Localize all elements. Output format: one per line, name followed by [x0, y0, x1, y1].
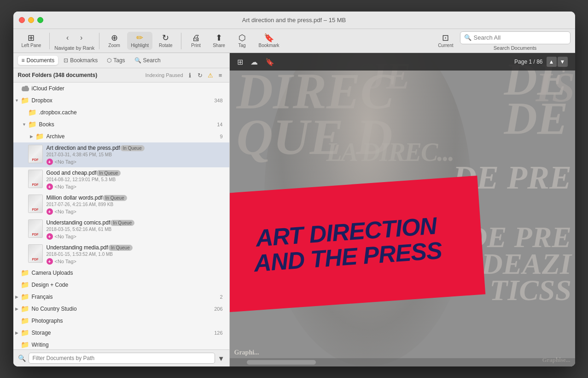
main-area: ≡ Documents ⊡ Bookmarks ⬡ Tags 🔍 Search [13, 53, 575, 366]
sidebar-item-camera-uploads[interactable]: 📁 Camera Uploads [13, 267, 229, 279]
main-window: Art direction and the press.pdf – 15 MB … [13, 12, 575, 366]
sidebar-item-icloud[interactable]: iCloud Folder [13, 83, 229, 94]
highlight-button[interactable]: ✏ Highlight [127, 32, 152, 50]
zoom-button[interactable]: ⊕ Zoom [104, 32, 124, 50]
current-label: Current [438, 43, 453, 48]
storage-icon: 📁 [21, 328, 30, 337]
sidebar-item-archive[interactable]: ▶ 📁 Archive 9 [13, 130, 229, 142]
print-button[interactable]: 🖨 Print [186, 32, 206, 50]
tab-tags[interactable]: ⬡ Tags [103, 56, 128, 65]
pdf-page-number: Page 1 / 86 [514, 59, 542, 65]
camera-expand [13, 269, 21, 277]
sidebar-filter-bar: 🔍 ▼ [13, 349, 229, 366]
pdf-item-million-dollar[interactable]: PDF Million dollar words.pdf In Queue 20… [13, 192, 229, 217]
filter-input[interactable] [29, 353, 215, 364]
dropbox-icon: 📁 [21, 96, 30, 105]
bookmark-button[interactable]: 🔖 Bookmark [255, 32, 283, 50]
pdf-good-cheap-tag: <No Tag> [55, 184, 77, 189]
warning-icon[interactable]: ⚠ [206, 71, 215, 79]
refresh-icon[interactable]: ↻ [196, 71, 204, 79]
maximize-button[interactable] [37, 17, 43, 23]
share-icon: ⬆ [215, 34, 222, 42]
sidebar: ≡ Documents ⊡ Bookmarks ⬡ Tags 🔍 Search [13, 53, 230, 366]
pdf-understanding-comics-add-tag[interactable]: + [47, 233, 53, 240]
pdf-art-direction-inner: PDF Art direction and the press.pdf In Q… [28, 145, 145, 165]
current-button[interactable]: ⊡ Current [434, 32, 457, 50]
search-box[interactable]: 🔍 [460, 31, 571, 44]
tab-documents[interactable]: ≡ Documents [18, 56, 58, 65]
sidebar-item-no-country[interactable]: ▶ 📁 No Country Studio 206 [13, 303, 229, 315]
print-label: Print [191, 43, 201, 48]
tag-button[interactable]: ⬡ Tag [232, 32, 252, 50]
pdf-understanding-media-add-tag[interactable]: + [47, 258, 53, 265]
pdf-million-dollar-add-tag[interactable]: + [47, 208, 53, 215]
photographs-label: Photographs [32, 318, 225, 324]
close-button[interactable] [19, 17, 25, 23]
sidebar-item-dropbox[interactable]: ▼ 📁 Dropbox 348 [13, 94, 229, 106]
highlight-label: Highlight [131, 43, 149, 48]
pdf-art-direction-badge: In Queue [120, 145, 145, 151]
toolbar-separator-1 [49, 33, 50, 49]
francais-expand[interactable]: ▶ [13, 293, 21, 301]
search-group: 🔍 Search Documents [460, 31, 571, 51]
tags-icon: ⬡ [107, 57, 111, 64]
search-input[interactable] [474, 34, 566, 41]
list-options-icon[interactable]: ≡ [216, 71, 225, 79]
pdf-item-art-direction[interactable]: PDF Art direction and the press.pdf In Q… [13, 142, 229, 167]
sidebar-item-dropbox-cache[interactable]: 📁 .dropbox.cache [13, 106, 229, 118]
photographs-icon: 📁 [21, 316, 30, 325]
toolbar: ⊞ Left Pane ‹ › Navigate by Rank ⊕ Zoom … [13, 29, 575, 53]
pdf-item-understanding-media[interactable]: PDF Understanding media.pdf In Queue 201… [13, 242, 229, 267]
sidebar-item-photographs[interactable]: 📁 Photographs [13, 315, 229, 327]
search-icon: 🔍 [464, 34, 472, 41]
archive-expand[interactable]: ▶ [28, 133, 35, 140]
pdf-good-cheap-tag-row: + <No Tag> [47, 183, 121, 190]
books-expand[interactable]: ▼ [21, 121, 28, 128]
pdf-cloud-icon[interactable]: ☁ [250, 58, 258, 66]
filter-funnel-icon[interactable]: ▼ [218, 354, 225, 362]
pdf-understanding-comics-name: Understanding comics.pdf [47, 219, 111, 226]
sidebar-item-francais[interactable]: ▶ 📁 Français 2 [13, 291, 229, 303]
nav-back-button[interactable]: ‹ [61, 31, 74, 44]
pdf-item-understanding-comics[interactable]: PDF Understanding comics.pdf In Queue 20… [13, 217, 229, 242]
no-country-label: No Country Studio [32, 306, 215, 312]
center-top-type: LA DIREC... [326, 141, 454, 164]
pdf-art-direction-tag-row: + <No Tag> [47, 159, 145, 165]
sidebar-item-books[interactable]: ▼ 📁 Books 14 [13, 118, 229, 130]
dropbox-expand[interactable]: ▼ [13, 97, 21, 104]
pdf-scrollbar[interactable] [230, 358, 575, 366]
sidebar-item-writing[interactable]: 📁 Writing [13, 339, 229, 349]
dropbox-label: Dropbox [32, 97, 215, 104]
storage-expand[interactable]: ▶ [13, 329, 21, 337]
pdf-item-good-cheap[interactable]: PDF Good and cheap.pdf In Queue 2014-08-… [13, 167, 229, 192]
pdf-good-cheap-badge: In Queue [96, 170, 121, 176]
pdf-good-cheap-add-tag[interactable]: + [47, 183, 53, 190]
titlebar: Art direction and the press.pdf – 15 MB [13, 12, 575, 29]
pdf-scrollbar-thumb[interactable] [247, 360, 316, 365]
pdf-next-page[interactable]: ▼ [558, 57, 568, 67]
indexing-badge: Indexing Paused [146, 72, 183, 78]
pdf-million-dollar-name: Million dollar words.pdf [47, 195, 103, 201]
minimize-button[interactable] [28, 17, 34, 23]
filter-search-icon: 🔍 [18, 354, 26, 362]
tab-search[interactable]: 🔍 Search [131, 56, 164, 65]
window-title: Art direction and the press.pdf – 15 MB [242, 17, 346, 24]
pdf-bookmark-viewer-icon[interactable]: 🔖 [265, 58, 274, 66]
sidebar-item-storage[interactable]: ▶ 📁 Storage 126 [13, 327, 229, 339]
writing-expand [13, 341, 21, 348]
no-country-expand[interactable]: ▶ [13, 305, 21, 313]
rotate-button[interactable]: ↻ Rotate [155, 32, 176, 50]
pdf-art-direction-name-row: Art direction and the press.pdf In Queue [47, 145, 145, 151]
nav-forward-button[interactable]: › [75, 31, 88, 44]
pdf-sidebar-icon[interactable]: ⊞ [237, 58, 243, 66]
pdf-prev-page[interactable]: ▲ [547, 57, 557, 67]
share-button[interactable]: ⬆ Share [209, 32, 229, 50]
tab-bookmarks[interactable]: ⊡ Bookmarks [60, 56, 101, 65]
pdf-art-direction-add-tag[interactable]: + [47, 159, 53, 165]
sidebar-item-design-code[interactable]: 📁 Design + Code [13, 279, 229, 291]
info-icon[interactable]: ℹ [186, 71, 194, 79]
bookmark-label: Bookmark [259, 43, 279, 48]
highlight-icon: ✏ [136, 34, 143, 42]
pdf-understanding-comics-meta: 2018-03-15, 5:62:16 AM, 61 MB [47, 227, 135, 232]
left-pane-button[interactable]: ⊞ Left Pane [18, 32, 45, 50]
